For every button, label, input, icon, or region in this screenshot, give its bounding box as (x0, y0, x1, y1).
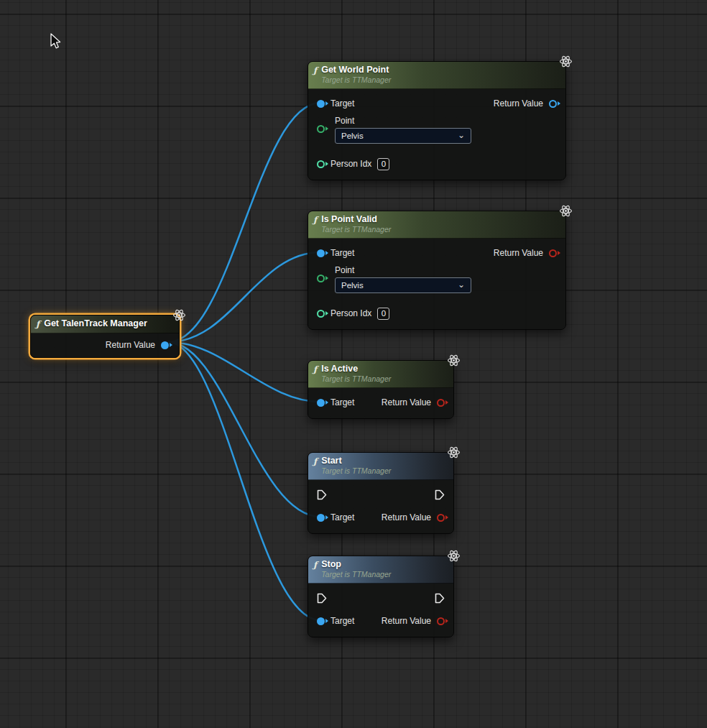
node-title: Is Point Valid (321, 214, 391, 225)
node-badge-atom-icon (447, 446, 461, 462)
function-icon: ƒ (313, 215, 317, 226)
return-value-pin-label: Return Value (494, 248, 543, 258)
point-pin[interactable] (317, 125, 325, 133)
node-badge-atom-icon (559, 55, 573, 71)
pin-row-person-idx: Person Idx 0 (308, 154, 565, 174)
point-dropdown-value: Pelvis (341, 281, 364, 290)
return-value-pin[interactable] (437, 399, 445, 407)
point-dropdown[interactable]: Pelvis ⌄ (335, 277, 471, 293)
node-subtitle: Target is TTManager (321, 75, 391, 85)
person-idx-input[interactable]: 0 (377, 158, 389, 170)
person-idx-pin-label: Person Idx (331, 159, 371, 169)
return-value-pin[interactable] (549, 249, 557, 257)
exec-in-pin[interactable] (317, 593, 327, 604)
return-value-pin[interactable] (437, 514, 445, 522)
person-idx-pin[interactable] (317, 160, 325, 168)
pin-row-io: Target Return Value (308, 93, 565, 114)
node-header[interactable]: ƒ Is Active Target is TTManager (308, 361, 453, 388)
node-title: Get TalenTrack Manager (44, 318, 147, 329)
target-pin-label: Target (331, 616, 354, 626)
node-badge-atom-icon (447, 354, 461, 370)
target-pin[interactable] (317, 514, 325, 522)
target-pin[interactable] (317, 249, 325, 257)
return-value-pin-label: Return Value (382, 397, 431, 407)
pin-row-io: Target Return Value (308, 392, 453, 413)
node-badge-atom-icon (559, 204, 573, 221)
function-icon: ƒ (36, 319, 40, 330)
target-pin-label: Target (331, 248, 354, 258)
pin-row-io: Target Return Value (308, 611, 453, 631)
point-pin[interactable] (317, 275, 325, 282)
node-badge-atom-icon (172, 308, 186, 325)
wire-manager-to-get-world-point[interactable] (168, 103, 320, 342)
pin-row-io: Target Return Value (308, 243, 565, 263)
wire-manager-to-stop[interactable] (168, 342, 320, 620)
node-header[interactable]: ƒ Get World Point Target is TTManager (308, 62, 565, 89)
target-pin[interactable] (317, 100, 325, 108)
node-stop[interactable]: ƒ Stop Target is TTManager Target Return… (308, 556, 454, 637)
return-value-pin-label: Return Value (382, 616, 431, 626)
return-value-pin-label: Return Value (106, 340, 155, 350)
return-value-pin[interactable] (549, 100, 557, 108)
node-is-active[interactable]: ƒ Is Active Target is TTManager Target R… (308, 360, 454, 419)
mouse-cursor (49, 33, 63, 53)
point-pin-label: Point (335, 114, 471, 128)
node-get-talentrack-manager[interactable]: ƒ Get TalenTrack Manager Return Value (30, 315, 180, 358)
wire-manager-to-is-active[interactable] (168, 342, 320, 402)
return-value-pin[interactable] (437, 617, 445, 625)
point-dropdown-value: Pelvis (341, 132, 364, 140)
point-dropdown[interactable]: Pelvis ⌄ (335, 128, 471, 144)
target-pin-label: Target (331, 98, 354, 109)
person-idx-pin-label: Person Idx (331, 308, 371, 318)
pin-row-point: Point Pelvis ⌄ (308, 114, 565, 144)
function-icon: ƒ (313, 456, 317, 467)
node-subtitle: Target is TTManager (321, 466, 391, 476)
exec-out-pin[interactable] (435, 489, 445, 500)
target-pin[interactable] (317, 617, 325, 625)
function-icon: ƒ (313, 560, 317, 571)
node-start[interactable]: ƒ Start Target is TTManager Target Retur… (308, 452, 454, 534)
node-title: Get World Point (321, 65, 391, 75)
person-idx-input[interactable]: 0 (377, 308, 389, 320)
point-pin-label: Point (335, 263, 471, 277)
chevron-down-icon: ⌄ (458, 280, 465, 289)
wire-manager-to-start[interactable] (168, 342, 320, 517)
pin-row-io: Target Return Value (308, 507, 453, 527)
function-icon: ƒ (313, 65, 317, 76)
return-value-pin-label: Return Value (382, 512, 431, 522)
wire-manager-to-is-point-valid[interactable] (168, 252, 320, 342)
target-pin-label: Target (331, 397, 354, 407)
node-header[interactable]: ƒ Stop Target is TTManager (308, 556, 453, 584)
return-value-pin[interactable] (161, 341, 169, 349)
person-idx-pin[interactable] (317, 310, 325, 318)
node-header[interactable]: ƒ Start Target is TTManager (308, 453, 453, 480)
pin-row-person-idx: Person Idx 0 (308, 303, 565, 323)
pin-row-exec (308, 588, 453, 608)
pin-row-io: Return Value (31, 335, 179, 355)
pin-row-point: Point Pelvis ⌄ (308, 263, 565, 293)
node-is-point-valid[interactable]: ƒ Is Point Valid Target is TTManager Tar… (308, 211, 566, 330)
node-badge-atom-icon (447, 549, 461, 566)
return-value-pin-label: Return Value (494, 98, 543, 109)
exec-in-pin[interactable] (317, 489, 327, 500)
node-header[interactable]: ƒ Is Point Valid Target is TTManager (308, 211, 565, 239)
node-subtitle: Target is TTManager (321, 374, 391, 384)
pin-row-exec (308, 484, 453, 504)
target-pin[interactable] (317, 399, 325, 407)
node-subtitle: Target is TTManager (321, 570, 391, 579)
node-header[interactable]: ƒ Get TalenTrack Manager (31, 315, 179, 333)
node-title: Start (321, 456, 391, 466)
node-subtitle: Target is TTManager (321, 225, 391, 234)
node-title: Is Active (321, 364, 391, 374)
node-get-world-point[interactable]: ƒ Get World Point Target is TTManager Ta… (308, 61, 566, 180)
chevron-down-icon: ⌄ (458, 131, 465, 139)
target-pin-label: Target (331, 512, 354, 522)
node-title: Stop (321, 559, 391, 570)
function-icon: ƒ (313, 364, 317, 375)
exec-out-pin[interactable] (435, 593, 445, 604)
blueprint-graph-canvas[interactable]: ƒ Get World Point Target is TTManager Ta… (0, 0, 707, 728)
